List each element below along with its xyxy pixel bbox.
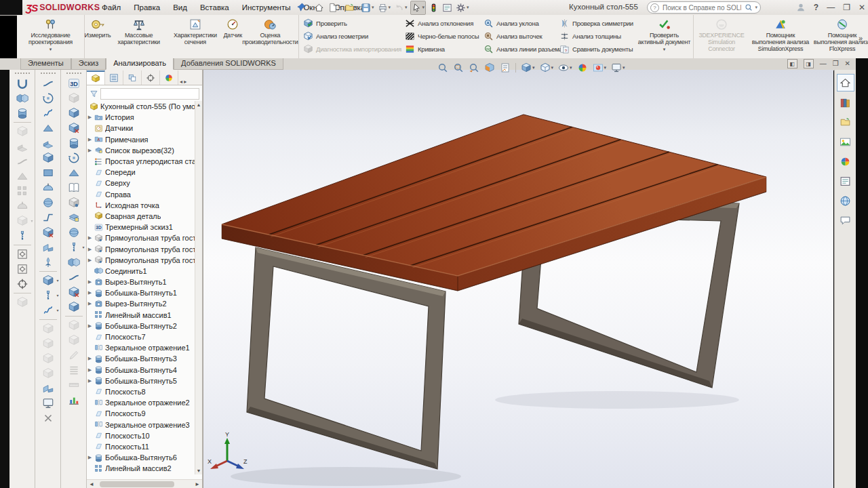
- close-button[interactable]: ✕: [859, 0, 865, 15]
- xmark-tool-icon[interactable]: [40, 411, 56, 426]
- ribbon-button[interactable]: 3DEXPERIENCE Simulation Connector: [694, 17, 749, 53]
- tree-item-11[interactable]: 3DТрехмерный эскиз1: [87, 222, 195, 232]
- sheet-tool-icon[interactable]: [14, 139, 31, 154]
- dropdown-caret-icon[interactable]: ▾: [31, 218, 33, 223]
- flange-tool-icon[interactable]: [40, 381, 56, 396]
- form-taskpane-tab[interactable]: [837, 172, 854, 190]
- dimxtab-tool-icon[interactable]: [14, 277, 31, 291]
- filter-funnel-icon[interactable]: [90, 89, 98, 98]
- expand-arrow-icon[interactable]: ▶: [87, 323, 93, 329]
- search-caret-icon[interactable]: ▾: [755, 5, 757, 10]
- cubeGray-tool-icon[interactable]: [14, 124, 31, 139]
- tab-эскиз[interactable]: Эскиз: [71, 58, 106, 70]
- table-3d-model[interactable]: [203, 70, 833, 488]
- tree-horizontal-scrollbar[interactable]: ◄ ►: [87, 479, 202, 488]
- tree-item-17[interactable]: ▶Бобышка-Вытянуть1: [87, 287, 195, 298]
- tab-элементы[interactable]: Элементы: [20, 58, 71, 70]
- open-caret-icon[interactable]: ▾: [355, 5, 358, 10]
- expand-arrow-icon[interactable]: ▶: [87, 290, 93, 296]
- gear-button[interactable]: ▾: [455, 1, 470, 14]
- ribbon-button[interactable]: Анализ уклона: [484, 18, 539, 28]
- ribbon-button[interactable]: Анализ геометрии: [303, 30, 368, 41]
- dropdown-caret-icon[interactable]: ▾: [663, 47, 666, 52]
- toolbar-grip[interactable]: [41, 73, 56, 74]
- cubeGray-tool-icon[interactable]: ▾: [14, 214, 31, 228]
- panel-tab-scroll-icons[interactable]: ◂ ▸: [180, 79, 186, 85]
- newdoc-caret-icon[interactable]: ▾: [338, 5, 341, 10]
- ribbon-button[interactable]: Массовые характеристики: [111, 17, 167, 46]
- cubex-tool-icon[interactable]: [66, 121, 82, 136]
- ribbon-button[interactable]: Проверить активный документ▾: [636, 17, 693, 53]
- ribbon-button[interactable]: Датчик: [223, 17, 241, 39]
- swoosh-tool-icon[interactable]: [66, 270, 82, 285]
- tree-item-15[interactable]: Соединить1: [87, 266, 195, 277]
- sheet-tool-icon[interactable]: [40, 136, 56, 150]
- ribbon-button[interactable]: Оценка производительности: [242, 17, 298, 46]
- ribbon-button[interactable]: Исследование проектирования▾: [18, 17, 84, 53]
- tree-item-26[interactable]: Плоскость8: [87, 386, 195, 397]
- dropdown-caret-icon[interactable]: ▾: [56, 308, 58, 312]
- swoosh-tool-icon[interactable]: [40, 76, 56, 91]
- ribbon-button[interactable]: Анализ толщины: [559, 30, 621, 41]
- tree-item-33[interactable]: Линейный массив2: [87, 463, 195, 474]
- table-model-svg[interactable]: [203, 70, 833, 488]
- ball-taskpane-tab[interactable]: [837, 152, 854, 170]
- undo-button[interactable]: ▾: [393, 1, 408, 14]
- swoosh-tool-icon[interactable]: [14, 154, 31, 169]
- annoview-view-button[interactable]: [500, 62, 511, 73]
- doc-restore-button[interactable]: ❐: [833, 59, 839, 68]
- tree-item-18[interactable]: ▶Вырез-Вытянуть2: [87, 298, 195, 309]
- tab-добавления-solidworks[interactable]: Добавления SOLIDWORKS: [174, 58, 283, 70]
- form-button[interactable]: [441, 1, 453, 14]
- chat-taskpane-tab[interactable]: [837, 211, 854, 229]
- expand-arrow-icon[interactable]: ▶: [87, 279, 93, 285]
- open-button[interactable]: ▾: [344, 1, 359, 14]
- ribbon-button[interactable]: Диагностика импортирования: [303, 43, 401, 54]
- dispstyle-view-button[interactable]: ▾: [540, 62, 554, 73]
- dropdown-caret-icon[interactable]: ▾: [570, 65, 572, 70]
- eye-view-button[interactable]: ▾: [558, 62, 572, 73]
- ribbon-button[interactable]: Анализ отклонения: [405, 18, 473, 28]
- monitor-tool-icon[interactable]: [40, 396, 56, 411]
- wedge-tool-icon[interactable]: [66, 165, 82, 180]
- save-button[interactable]: ▾: [360, 1, 375, 14]
- tree-item-28[interactable]: Плоскость9: [87, 408, 195, 419]
- ribbon-button[interactable]: Анализ выточек: [484, 30, 542, 41]
- print-button[interactable]: ▾: [377, 1, 392, 14]
- scroll-up-icon[interactable]: ▲: [197, 102, 201, 107]
- tree-item-25[interactable]: ▶Бобышка-Вытянуть5: [87, 375, 195, 386]
- graphics-viewport[interactable]: Y X Z: [203, 70, 833, 488]
- tree-item-27[interactable]: Зеркальное отражение2: [87, 397, 195, 408]
- restore-button[interactable]: ❐: [843, 0, 850, 15]
- cube-tool-icon[interactable]: [66, 300, 82, 314]
- tree-item-root[interactable]: Кухонный стол-555 (По умолчан: [87, 101, 195, 112]
- magarea-view-button[interactable]: [453, 62, 464, 73]
- expand-arrow-icon[interactable]: ▶: [87, 258, 93, 263]
- doc-minimize-button[interactable]: —: [820, 59, 827, 68]
- ribbon-button[interactable]: Кривизна: [405, 43, 445, 54]
- cube-tool-icon[interactable]: [66, 106, 82, 121]
- ribbon-button[interactable]: Проверить: [303, 18, 347, 28]
- ribbon-button[interactable]: ?Сравнить документы: [559, 43, 633, 54]
- cubeGray-tool-icon[interactable]: [66, 333, 82, 348]
- screw-tool-icon[interactable]: ▾: [66, 240, 82, 255]
- ribbon-button[interactable]: Проверка симметрии: [559, 18, 633, 28]
- dropdown-caret-icon[interactable]: ▾: [50, 47, 52, 52]
- wedge-tool-icon[interactable]: [40, 121, 56, 136]
- revolve-tool-icon[interactable]: [40, 91, 56, 106]
- tree-item-9[interactable]: Исходная точка: [87, 200, 195, 211]
- tree-item-14[interactable]: ▶Прямоугольная труба гост 30: [87, 255, 195, 266]
- tree-item-23[interactable]: ▶Бобышка-Вытянуть3: [87, 353, 195, 364]
- bossExtrude-tool-icon[interactable]: [66, 136, 82, 150]
- scrollbar-thumb[interactable]: [100, 481, 174, 487]
- traffic-button[interactable]: [428, 1, 439, 14]
- rectI-tool-icon[interactable]: [40, 165, 56, 180]
- expand-arrow-icon[interactable]: ▶: [87, 247, 93, 252]
- cubeGray-tool-icon[interactable]: [40, 366, 56, 381]
- print-caret-icon[interactable]: ▾: [389, 5, 391, 10]
- tree-vertical-scrollbar[interactable]: ▲ ▼: [195, 101, 202, 474]
- scene-view-button[interactable]: ▾: [593, 62, 607, 73]
- pattern-tool-icon[interactable]: [14, 184, 31, 199]
- cubeGray-tool-icon[interactable]: [40, 336, 56, 351]
- tree-item-5[interactable]: Простая углеродистая сталь: [87, 156, 195, 167]
